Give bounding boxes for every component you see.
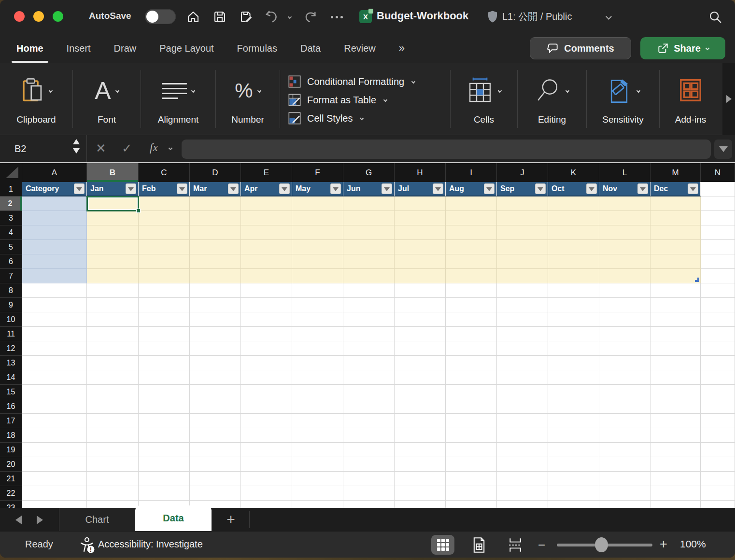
cell-D19[interactable]: [190, 443, 241, 457]
cell-E12[interactable]: [241, 341, 292, 356]
row-header-3[interactable]: 3: [0, 211, 22, 225]
cell-D20[interactable]: [190, 457, 241, 472]
cell-J20[interactable]: [497, 457, 548, 472]
cell-N2[interactable]: [701, 196, 735, 211]
cell-K20[interactable]: [548, 457, 599, 472]
cell-M14[interactable]: [650, 370, 701, 385]
cell-N5[interactable]: [701, 240, 735, 254]
cell-F6[interactable]: [292, 254, 343, 269]
cell-G11[interactable]: [343, 327, 395, 341]
cell-L5[interactable]: [599, 240, 650, 254]
row-header-17[interactable]: 17: [0, 414, 22, 428]
cell-N20[interactable]: [701, 457, 735, 472]
row-header-20[interactable]: 20: [0, 457, 22, 472]
cell-B6[interactable]: [87, 254, 139, 269]
cell-D6[interactable]: [190, 254, 241, 269]
cell-H4[interactable]: [395, 225, 446, 240]
sheet-tab-data[interactable]: Data: [135, 505, 212, 531]
cell-N1[interactable]: [701, 182, 735, 196]
cell-M19[interactable]: [650, 443, 701, 457]
cell-G4[interactable]: [343, 225, 395, 240]
row-header-14[interactable]: 14: [0, 370, 22, 385]
cell-F10[interactable]: [292, 312, 343, 327]
cell-G8[interactable]: [343, 283, 395, 298]
filter-button[interactable]: [228, 183, 239, 194]
cell-H11[interactable]: [395, 327, 446, 341]
cell-F15[interactable]: [292, 385, 343, 399]
cell-A18[interactable]: [22, 428, 87, 443]
cell-L12[interactable]: [599, 341, 650, 356]
cell-K4[interactable]: [548, 225, 599, 240]
row-header-11[interactable]: 11: [0, 327, 22, 341]
filter-button[interactable]: [382, 183, 392, 194]
normal-view-button[interactable]: [431, 535, 454, 555]
row-header-7[interactable]: 7: [0, 269, 22, 283]
cell-M18[interactable]: [650, 428, 701, 443]
cell-C13[interactable]: [139, 356, 190, 370]
cell-B22[interactable]: [87, 486, 139, 501]
cell-N12[interactable]: [701, 341, 735, 356]
cell-I8[interactable]: [446, 283, 497, 298]
cell-E8[interactable]: [241, 283, 292, 298]
cell-E19[interactable]: [241, 443, 292, 457]
cell-F20[interactable]: [292, 457, 343, 472]
formula-bar-expand-button[interactable]: [714, 140, 732, 159]
cell-K3[interactable]: [548, 211, 599, 225]
row-header-19[interactable]: 19: [0, 443, 22, 457]
cell-J6[interactable]: [497, 254, 548, 269]
cell-F19[interactable]: [292, 443, 343, 457]
cell-C17[interactable]: [139, 414, 190, 428]
cell-I16[interactable]: [446, 399, 497, 414]
cell-L22[interactable]: [599, 486, 650, 501]
cell-M16[interactable]: [650, 399, 701, 414]
cell-L18[interactable]: [599, 428, 650, 443]
column-header-A[interactable]: A: [22, 163, 87, 182]
cell-K7[interactable]: [548, 269, 599, 283]
cell-L9[interactable]: [599, 298, 650, 312]
prev-sheet-icon[interactable]: [15, 516, 22, 524]
cell-B18[interactable]: [87, 428, 139, 443]
cell-F2[interactable]: [292, 196, 343, 211]
cell-I18[interactable]: [446, 428, 497, 443]
cell-C3[interactable]: [139, 211, 190, 225]
cell-G18[interactable]: [343, 428, 395, 443]
tab-insert[interactable]: Insert: [67, 41, 91, 56]
cell-E2[interactable]: [241, 196, 292, 211]
column-header-C[interactable]: C: [139, 163, 190, 182]
cell-C22[interactable]: [139, 486, 190, 501]
cell-E22[interactable]: [241, 486, 292, 501]
cell-G16[interactable]: [343, 399, 395, 414]
cell-L2[interactable]: [599, 196, 650, 211]
row-header-15[interactable]: 15: [0, 385, 22, 399]
cell-C12[interactable]: [139, 341, 190, 356]
cell-E4[interactable]: [241, 225, 292, 240]
column-header-K[interactable]: K: [548, 163, 599, 182]
cell-H5[interactable]: [395, 240, 446, 254]
cell-K10[interactable]: [548, 312, 599, 327]
cell-N15[interactable]: [701, 385, 735, 399]
cell-I6[interactable]: [446, 254, 497, 269]
cell-K17[interactable]: [548, 414, 599, 428]
sheet-tab-chart[interactable]: Chart: [59, 508, 135, 531]
cell-G14[interactable]: [343, 370, 395, 385]
cell-H23[interactable]: [395, 501, 446, 508]
cell-D9[interactable]: [190, 298, 241, 312]
cell-N17[interactable]: [701, 414, 735, 428]
cell-E9[interactable]: [241, 298, 292, 312]
add-sheet-button[interactable]: +: [221, 510, 240, 529]
cell-G17[interactable]: [343, 414, 395, 428]
cell-M21[interactable]: [650, 472, 701, 486]
cell-L10[interactable]: [599, 312, 650, 327]
cell-N7[interactable]: [701, 269, 735, 283]
cell-D11[interactable]: [190, 327, 241, 341]
cell-D18[interactable]: [190, 428, 241, 443]
cell-E5[interactable]: [241, 240, 292, 254]
tab-review[interactable]: Review: [344, 41, 376, 56]
table-header-Sep[interactable]: Sep: [497, 182, 548, 196]
cell-B9[interactable]: [87, 298, 139, 312]
table-header-Category[interactable]: Category: [22, 182, 87, 196]
page-break-view-button[interactable]: [504, 535, 527, 555]
column-header-N[interactable]: N: [701, 163, 735, 182]
cell-H10[interactable]: [395, 312, 446, 327]
cell-A19[interactable]: [22, 443, 87, 457]
